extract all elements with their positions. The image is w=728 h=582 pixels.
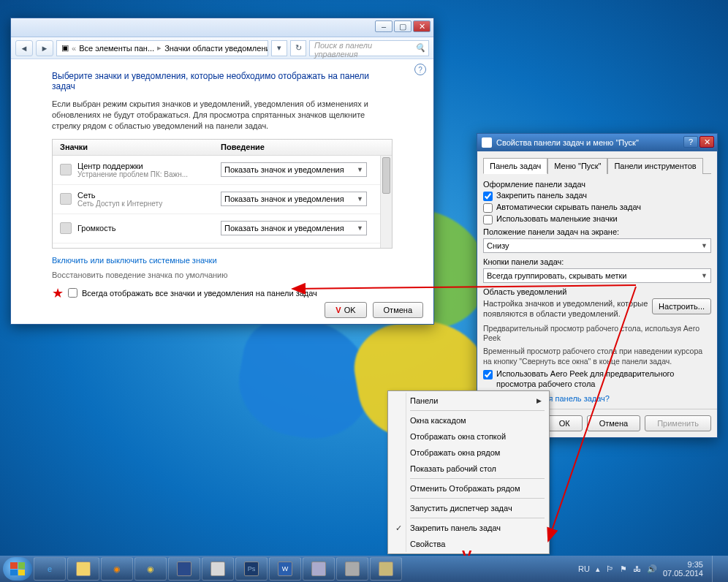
menu-item-panels[interactable]: Панели▶ (390, 393, 547, 409)
titlebar[interactable]: – ▢ ✕ (11, 18, 433, 37)
always-show-label: Всегда отображать все значки и уведомлен… (82, 289, 317, 298)
annotation-star-icon: ★ (52, 287, 64, 300)
maximize-button[interactable]: ▢ (394, 20, 412, 32)
position-label: Положение панели задач на экране: (483, 227, 711, 236)
context-help-button[interactable]: ? (683, 136, 698, 148)
small-icons-checkbox[interactable] (483, 215, 493, 224)
row-name: Сеть (77, 191, 162, 200)
tray-icon[interactable]: ▴ (596, 564, 600, 574)
taskbar-button-mediaplayer[interactable]: ◉ (101, 557, 133, 581)
flag-icon[interactable]: 🏳 (606, 564, 614, 573)
menu-item-task-manager[interactable]: Запустить диспетчер задач (390, 500, 547, 516)
lock-taskbar-checkbox[interactable] (483, 192, 493, 201)
position-combobox[interactable]: Снизу▼ (483, 238, 711, 253)
minimize-button[interactable]: – (375, 20, 393, 32)
ok-button[interactable]: VOK (325, 302, 366, 318)
taskbar[interactable]: e ◉ ◉ Ps W RU ▴ 🏳 ⚑ 🖧 🔊 9:3507.05.2014 (0, 556, 728, 582)
section-label: Оформление панели задач (483, 180, 711, 189)
taskbar-button-photoshop[interactable]: Ps (235, 557, 268, 581)
row-name: Громкость (77, 224, 115, 233)
taskbar-button-word[interactable]: W (269, 557, 301, 581)
peek-title: Предварительный просмотр рабочего стола,… (483, 324, 711, 344)
notif-section-label: Область уведомлений (483, 287, 711, 296)
taskbar-button-explorer[interactable] (67, 557, 99, 581)
grid-row: Громкость Показать значок и уведомления▼ (53, 214, 392, 243)
menu-item-show-desktop[interactable]: Показать рабочий стол (390, 461, 547, 477)
taskbar-button-chrome[interactable]: ◉ (134, 557, 167, 581)
help-icon[interactable]: ? (414, 64, 426, 75)
taskbar-button-app[interactable] (303, 557, 335, 581)
close-button[interactable]: ✕ (699, 136, 714, 148)
back-button[interactable]: ◄ (15, 40, 33, 56)
show-desktop-button[interactable] (712, 556, 721, 582)
volume-icon (60, 222, 72, 234)
system-icons-link[interactable]: Включить или выключить системные значки (52, 256, 393, 265)
behavior-combobox[interactable]: Показать значок и уведомления▼ (221, 192, 367, 206)
tab-taskbar[interactable]: Панель задач (483, 158, 547, 174)
dropdown-history-button[interactable]: ▾ (271, 40, 287, 56)
close-button[interactable]: ✕ (413, 20, 431, 32)
column-header-behavior[interactable]: Поведение (221, 143, 265, 151)
refresh-button[interactable]: ↻ (290, 40, 306, 56)
taskbar-button-app[interactable] (370, 557, 402, 581)
apply-button[interactable]: Применить (645, 415, 711, 431)
start-button[interactable] (3, 557, 32, 581)
autohide-checkbox[interactable] (483, 203, 493, 213)
titlebar[interactable]: Свойства панели задач и меню "Пуск" ? ✕ (477, 134, 717, 151)
buttons-combobox[interactable]: Всегда группировать, скрывать метки▼ (483, 268, 711, 283)
taskbar-button-app[interactable] (336, 557, 368, 581)
row-name: Центр поддержки (77, 162, 188, 170)
row-meta: Сеть Доступ к Интернету (77, 200, 162, 208)
tab-toolbars[interactable]: Панели инструментов (607, 158, 702, 174)
action-center-tray-icon[interactable]: ⚑ (620, 564, 627, 574)
action-center-icon (60, 164, 72, 175)
scrollbar[interactable] (380, 156, 392, 248)
page-description: Если выбран режим скрытия значков и увед… (52, 99, 393, 132)
cancel-button[interactable]: Отмена (587, 415, 640, 431)
windows-logo-icon (10, 562, 25, 575)
aero-peek-checkbox[interactable] (483, 370, 493, 379)
menu-item-undo[interactable]: Отменить Отображать рядом (390, 480, 547, 496)
menu-item-lock-taskbar[interactable]: ✓Закрепить панель задач (390, 520, 547, 536)
language-indicator[interactable]: RU (578, 564, 590, 573)
tab-start-menu[interactable]: Меню "Пуск" (547, 158, 607, 174)
menu-item-stack[interactable]: Отображать окна стопкой (390, 428, 547, 445)
forward-button[interactable]: ► (36, 40, 53, 56)
notification-area-window: – ▢ ✕ ◄ ► ▣ « Все элементы пан... ▸ Знач… (10, 18, 434, 325)
network-tray-icon[interactable]: 🖧 (633, 564, 641, 573)
breadcrumb-part[interactable]: Все элементы пан... (79, 44, 154, 53)
buttons-label: Кнопки панели задач: (483, 257, 711, 266)
behavior-combobox[interactable]: Показать значок и уведомления▼ (221, 221, 367, 235)
search-placeholder: Поиск в панели управления (314, 41, 372, 58)
clock[interactable]: 9:3507.05.2014 (663, 560, 703, 578)
row-meta: Устранение проблем ПК: Важн... (77, 170, 188, 178)
peek-description: Временный просмотр рабочего стола при на… (483, 347, 711, 366)
taskbar-button-app[interactable] (202, 557, 234, 581)
window-icon (482, 137, 492, 148)
network-icon (60, 193, 72, 205)
folder-icon: ▣ (61, 43, 69, 53)
configure-button[interactable]: Настроить... (652, 298, 711, 314)
restore-defaults-link[interactable]: Восстановить поведение значка по умолчан… (52, 271, 393, 279)
menu-item-cascade[interactable]: Окна каскадом (390, 412, 547, 428)
breadcrumb[interactable]: ▣ « Все элементы пан... ▸ Значки области… (56, 40, 268, 56)
always-show-checkbox[interactable] (68, 288, 77, 298)
explorer-toolbar: ◄ ► ▣ « Все элементы пан... ▸ Значки обл… (11, 37, 433, 59)
page-title: Выберите значки и уведомления, которые н… (52, 71, 393, 91)
cancel-button[interactable]: Отмена (373, 302, 423, 318)
grid-row: Сеть Сеть Доступ к Интернету Показать зн… (53, 185, 392, 214)
taskbar-button-ie[interactable]: e (34, 557, 66, 581)
ok-button[interactable]: ОК (547, 415, 583, 431)
taskbar-context-menu: Панели▶ Окна каскадом Отображать окна ст… (387, 390, 550, 554)
grid-row: Центр поддержки Устранение проблем ПК: В… (53, 156, 392, 185)
system-tray: RU ▴ 🏳 ⚑ 🖧 🔊 9:3507.05.2014 (578, 556, 725, 582)
search-input[interactable]: Поиск в панели управления 🔍 (309, 40, 429, 56)
column-header-icons[interactable]: Значки (53, 143, 221, 151)
menu-item-side-by-side[interactable]: Отображать окна рядом (390, 445, 547, 461)
taskbar-button-app[interactable] (168, 557, 200, 581)
window-title: Свойства панели задач и меню "Пуск" (496, 138, 639, 147)
volume-tray-icon[interactable]: 🔊 (647, 564, 657, 574)
behavior-combobox[interactable]: Показать значок и уведомления▼ (221, 162, 367, 177)
breadcrumb-part[interactable]: Значки области уведомлений (164, 44, 268, 53)
search-icon: 🔍 (415, 43, 425, 53)
